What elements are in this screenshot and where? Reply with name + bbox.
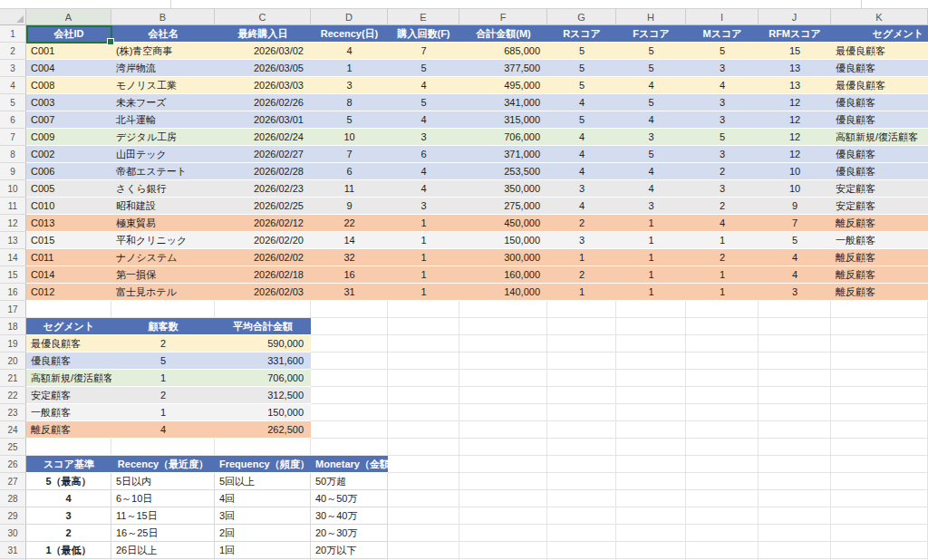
formula-bar-strip[interactable] — [0, 0, 928, 9]
cell-D28[interactable]: 40～50万 — [311, 490, 388, 507]
cell-F10[interactable]: 350,000 — [459, 180, 547, 198]
row-header-21[interactable]: 21 — [0, 370, 26, 387]
cell-K15[interactable]: 離反顧客 — [831, 266, 928, 284]
cell-A25[interactable] — [26, 439, 111, 456]
cell-I31[interactable] — [686, 542, 759, 559]
cell-K28[interactable] — [831, 490, 928, 507]
cell-F19[interactable] — [459, 335, 547, 352]
cell-I4[interactable]: 4 — [686, 77, 759, 94]
cell-K3[interactable]: 優良顧客 — [831, 60, 928, 77]
cell-I20[interactable] — [686, 352, 759, 370]
cell-K26[interactable] — [831, 456, 928, 473]
row-header-17[interactable]: 17 — [0, 301, 26, 318]
cell-H15[interactable]: 1 — [616, 266, 686, 284]
cell-F9[interactable]: 253,500 — [459, 163, 547, 180]
column-header-J[interactable]: J — [759, 9, 831, 25]
cell-K8[interactable]: 優良顧客 — [831, 146, 928, 163]
row-header-16[interactable]: 16 — [0, 284, 26, 301]
cell-A9[interactable]: C006 — [26, 163, 111, 180]
cell-D31[interactable]: 20万以下 — [311, 542, 388, 559]
cell-K2[interactable]: 最優良顧客 — [831, 43, 928, 60]
row-header-3[interactable]: 3 — [0, 60, 26, 77]
cell-I25[interactable] — [686, 439, 759, 456]
cell-H24[interactable] — [616, 421, 686, 439]
column-header-B[interactable]: B — [111, 9, 215, 25]
cell-H14[interactable]: 1 — [616, 249, 686, 266]
cell-G8[interactable]: 4 — [547, 146, 616, 163]
cell-K17[interactable] — [831, 301, 928, 318]
cell-E4[interactable]: 4 — [388, 77, 459, 94]
cell-B14[interactable]: ナノシステム — [111, 249, 215, 266]
cell-B23[interactable]: 1 — [111, 404, 215, 421]
column-header-F[interactable]: F — [459, 9, 547, 25]
cell-E14[interactable]: 1 — [388, 249, 459, 266]
cell-C17[interactable] — [215, 301, 311, 318]
cell-G12[interactable]: 2 — [547, 215, 616, 232]
row-header-28[interactable]: 28 — [0, 490, 26, 507]
cell-J15[interactable]: 4 — [759, 266, 831, 284]
cell-K23[interactable] — [831, 404, 928, 421]
cell-D6[interactable]: 5 — [311, 111, 388, 129]
column-header-D[interactable]: D — [311, 9, 388, 25]
cell-D20[interactable] — [311, 352, 388, 370]
cell-K6[interactable]: 優良顧客 — [831, 111, 928, 129]
cell-D16[interactable]: 31 — [311, 284, 388, 301]
cell-F2[interactable]: 685,000 — [459, 43, 547, 60]
cell-G17[interactable] — [547, 301, 616, 318]
cell-C2[interactable]: 2026/03/02 — [215, 43, 311, 60]
cell-C15[interactable]: 2026/02/18 — [215, 266, 311, 284]
cell-J19[interactable] — [759, 335, 831, 352]
cell-B26[interactable]: Recency（最近度） — [111, 456, 215, 473]
cell-A10[interactable]: C005 — [26, 180, 111, 198]
cell-C26[interactable]: Frequency（頻度） — [215, 456, 311, 473]
cell-D14[interactable]: 32 — [311, 249, 388, 266]
column-header-A[interactable]: A — [26, 9, 111, 25]
cell-I21[interactable] — [686, 370, 759, 387]
cell-A20[interactable]: 優良顧客 — [26, 352, 111, 370]
cell-A15[interactable]: C014 — [26, 266, 111, 284]
cell-H16[interactable]: 1 — [616, 284, 686, 301]
cell-F3[interactable]: 377,500 — [459, 60, 547, 77]
cell-G31[interactable] — [547, 542, 616, 559]
cell-C10[interactable]: 2026/02/23 — [215, 180, 311, 198]
row-header-30[interactable]: 30 — [0, 525, 26, 542]
cell-E12[interactable]: 1 — [388, 215, 459, 232]
cell-H12[interactable]: 1 — [616, 215, 686, 232]
cell-J26[interactable] — [759, 456, 831, 473]
cell-G3[interactable]: 5 — [547, 60, 616, 77]
cell-B17[interactable] — [111, 301, 215, 318]
cell-H21[interactable] — [616, 370, 686, 387]
cell-E2[interactable]: 7 — [388, 43, 459, 60]
cell-F25[interactable] — [459, 439, 547, 456]
cell-G10[interactable]: 3 — [547, 180, 616, 198]
cell-D18[interactable] — [311, 318, 388, 335]
cell-D22[interactable] — [311, 387, 388, 404]
cell-A28[interactable]: 4 — [26, 490, 111, 507]
cell-I16[interactable]: 1 — [686, 284, 759, 301]
cell-C30[interactable]: 2回 — [215, 525, 311, 542]
cell-K12[interactable]: 離反顧客 — [831, 215, 928, 232]
row-header-7[interactable]: 7 — [0, 129, 26, 146]
cell-I11[interactable]: 2 — [686, 198, 759, 215]
cell-B8[interactable]: 山田テック — [111, 146, 215, 163]
cell-H26[interactable] — [616, 456, 686, 473]
cell-J30[interactable] — [759, 525, 831, 542]
row-header-14[interactable]: 14 — [0, 249, 26, 266]
cell-C16[interactable]: 2026/02/03 — [215, 284, 311, 301]
row-header-13[interactable]: 13 — [0, 232, 26, 249]
cell-K27[interactable] — [831, 473, 928, 490]
cell-H3[interactable]: 5 — [616, 60, 686, 77]
cell-I6[interactable]: 3 — [686, 111, 759, 129]
cell-A19[interactable]: 最優良顧客 — [26, 335, 111, 352]
cell-F16[interactable]: 140,000 — [459, 284, 547, 301]
cell-I10[interactable]: 3 — [686, 180, 759, 198]
cell-H20[interactable] — [616, 352, 686, 370]
cell-E15[interactable]: 1 — [388, 266, 459, 284]
cell-D4[interactable]: 3 — [311, 77, 388, 94]
cell-A5[interactable]: C003 — [26, 94, 111, 111]
cell-C21[interactable]: 706,000 — [215, 370, 311, 387]
cell-G14[interactable]: 1 — [547, 249, 616, 266]
cell-G1[interactable]: Rスコア — [547, 25, 616, 43]
row-header-25[interactable]: 25 — [0, 439, 26, 456]
cell-I22[interactable] — [686, 387, 759, 404]
